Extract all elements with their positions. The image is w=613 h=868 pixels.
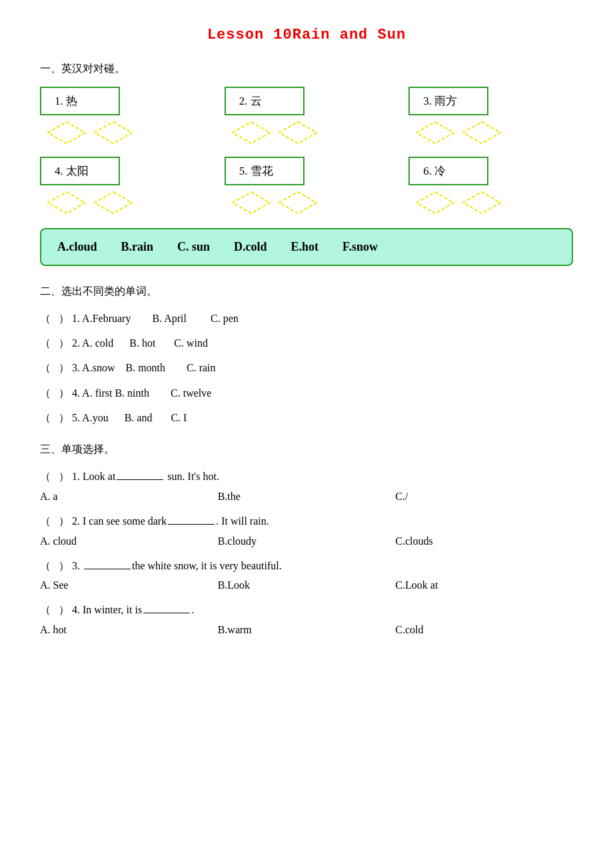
svg-marker-2: [233, 122, 270, 143]
ans-C: C.clouds: [395, 535, 573, 547]
diamond-row-6: [408, 191, 502, 215]
section3-q4: （ ） 4. In winter, it is.: [40, 601, 573, 620]
ans-A: A. cloud: [40, 535, 218, 547]
svg-marker-1: [95, 122, 132, 143]
section3-q1: （ ） 1. Look at sun. It's hot.: [40, 467, 573, 487]
q-text: 1. Look at sun. It's hot.: [72, 467, 219, 487]
ans-B: B.warm: [218, 624, 396, 636]
match-item-2: 2. 云: [225, 87, 389, 145]
match-item-5: 5. 雪花: [225, 157, 389, 215]
match-item-3: 3. 雨方: [408, 87, 573, 145]
paren: （ ）: [40, 557, 69, 576]
section1-label: 一、英汉对对碰。: [40, 62, 573, 76]
word-A: A.cloud: [57, 240, 97, 254]
section2-label: 二、选出不同类的单词。: [40, 285, 573, 299]
word-bank: A.cloud B.rain C. sun D.cold E.hot F.sno…: [40, 228, 573, 266]
svg-marker-3: [279, 122, 316, 143]
paren: （ ）: [40, 309, 69, 327]
diamond-icon: [231, 191, 271, 215]
word-C: C. sun: [177, 240, 210, 254]
section3-label: 三、单项选择。: [40, 443, 573, 457]
svg-marker-5: [463, 122, 500, 143]
svg-marker-0: [48, 122, 85, 143]
diamond-icon: [278, 121, 318, 145]
q-text: 4. In winter, it is.: [72, 601, 194, 620]
paren: （ ）: [40, 359, 69, 377]
match-box-1: 1. 热: [40, 87, 120, 115]
word-F: F.snow: [342, 240, 378, 254]
ans-B: B.Look: [218, 579, 396, 591]
q-text: 3. the white snow, it is very beautiful.: [72, 557, 282, 576]
paren: （ ）: [40, 334, 69, 352]
match-box-2: 2. 云: [225, 87, 305, 115]
diamond-icon: [415, 191, 455, 215]
ans-C: C.cold: [395, 624, 573, 636]
diamond-icon: [231, 121, 271, 145]
diamond-icon: [93, 191, 133, 215]
paren: （ ）: [40, 512, 69, 531]
blank: [84, 569, 131, 569]
paren: （ ）: [40, 384, 69, 402]
diamond-icon: [93, 121, 133, 145]
section2-q4: （ ） 4. A. first B. ninth C. twelve: [40, 384, 573, 402]
section2-q5: （ ） 5. A.you B. and C. I: [40, 409, 573, 427]
ans-A: A. See: [40, 579, 218, 591]
word-D: D.cold: [234, 240, 267, 254]
q-text: 2. I can see some dark. It will rain.: [72, 512, 269, 531]
diamond-icon: [462, 121, 502, 145]
section2-q2: （ ） 2. A. cold B. hot C. wind: [40, 334, 573, 352]
match-item-1: 1. 热: [40, 87, 205, 145]
word-B: B.rain: [121, 240, 154, 254]
match-grid: 1. 热 2. 云 3. 雨方: [40, 87, 573, 215]
section3-q2: （ ） 2. I can see some dark. It will rain…: [40, 512, 573, 531]
ans-A: A. a: [40, 491, 218, 503]
blank: [168, 524, 215, 525]
match-box-4: 4. 太阳: [40, 157, 120, 185]
q-text: 4. A. first B. ninth C. twelve: [72, 384, 211, 402]
ans-B: B.cloudy: [218, 535, 396, 547]
diamond-icon: [415, 121, 455, 145]
q-text: 3. A.snow B. month C. rain: [72, 359, 216, 377]
ans-C: C.Look at: [395, 579, 573, 591]
ans-C: C./: [395, 491, 573, 503]
diamond-icon: [278, 191, 318, 215]
svg-marker-10: [416, 192, 454, 213]
ans-B: B.the: [218, 491, 396, 503]
svg-marker-8: [233, 192, 270, 213]
match-item-4: 4. 太阳: [40, 157, 205, 215]
match-item-6: 6. 冷: [408, 157, 573, 215]
blank: [143, 613, 190, 613]
match-box-5: 5. 雪花: [225, 157, 305, 185]
blank: [117, 479, 163, 480]
section3-q2-answers: A. cloud B.cloudy C.clouds: [40, 535, 573, 547]
diamond-row-1: [40, 121, 133, 145]
diamond-row-4: [40, 191, 133, 215]
section3-q4-answers: A. hot B.warm C.cold: [40, 624, 573, 636]
diamond-icon: [462, 191, 502, 215]
ans-A: A. hot: [40, 624, 218, 636]
section2-q1: （ ） 1. A.February B. April C. pen: [40, 309, 573, 327]
svg-marker-9: [279, 192, 316, 213]
q-text: 5. A.you B. and C. I: [72, 409, 187, 427]
section2: 二、选出不同类的单词。 （ ） 1. A.February B. April C…: [40, 285, 573, 427]
section3-q3-answers: A. See B.Look C.Look at: [40, 579, 573, 591]
section3-q1-answers: A. a B.the C./: [40, 491, 573, 503]
diamond-icon: [47, 191, 87, 215]
match-box-6: 6. 冷: [408, 157, 488, 185]
section1: 一、英汉对对碰。 1. 热 2. 云: [40, 62, 573, 266]
diamond-row-3: [408, 121, 502, 145]
paren: （ ）: [40, 601, 69, 620]
svg-marker-4: [416, 122, 454, 143]
section3: 三、单项选择。 （ ） 1. Look at sun. It's hot. A.…: [40, 443, 573, 636]
section3-q3: （ ） 3. the white snow, it is very beauti…: [40, 557, 573, 576]
word-E: E.hot: [291, 240, 319, 254]
paren: （ ）: [40, 467, 69, 487]
match-box-3: 3. 雨方: [408, 87, 488, 115]
q-text: 2. A. cold B. hot C. wind: [72, 334, 208, 352]
diamond-row-2: [225, 121, 318, 145]
svg-marker-7: [95, 192, 132, 213]
diamond-row-5: [225, 191, 318, 215]
svg-marker-11: [463, 192, 500, 213]
svg-marker-6: [48, 192, 85, 213]
q-text: 1. A.February B. April C. pen: [72, 309, 239, 327]
